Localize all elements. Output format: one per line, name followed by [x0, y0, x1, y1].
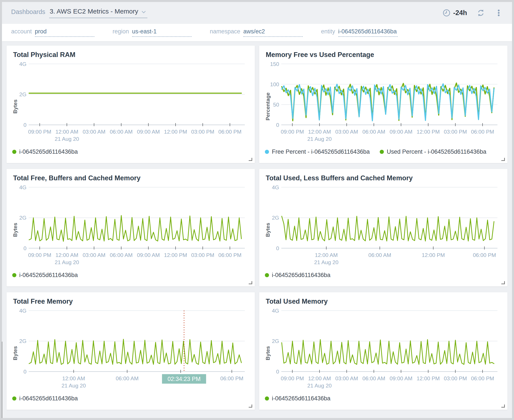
chart-canvas[interactable]: 050100150Percentage09:00 PM12:00 AM21 Au…: [265, 60, 502, 145]
legend-item[interactable]: i-0645265d6116436ba: [265, 272, 330, 278]
filter-region-value[interactable]: us-east-1: [132, 28, 191, 37]
chart-title: Total Used Memory: [266, 298, 502, 305]
chart-panel: Total Free Memory 02G4GBytes12:00 AM21 A…: [7, 292, 255, 410]
svg-text:2G: 2G: [19, 91, 26, 97]
legend-swatch-icon: [12, 150, 16, 154]
dashboard-title: 3. AWS EC2 Metrics - Memory: [50, 8, 138, 15]
dashboard-selector[interactable]: 3. AWS EC2 Metrics - Memory: [49, 8, 147, 18]
svg-text:03:00 AM: 03:00 AM: [335, 375, 358, 381]
panel-resize-handle[interactable]: [501, 281, 505, 284]
svg-text:Percentage: Percentage: [265, 93, 271, 120]
chart-legend: i-0645265d6116436ba: [12, 395, 78, 402]
chart-legend: Free Percent - i-0645265d6116436baUsed P…: [265, 149, 486, 155]
legend-label: i-0645265d6116436ba: [19, 272, 78, 278]
svg-text:12:00 PM: 12:00 PM: [417, 129, 440, 135]
filter-namespace-value[interactable]: aws/ec2: [243, 28, 303, 37]
chart-panel: Total Physical RAM 02G4GBytes09:00 PM12:…: [7, 46, 255, 163]
filter-entity-label: entity: [321, 28, 335, 35]
svg-text:0: 0: [276, 369, 279, 375]
svg-text:21 Aug 20: 21 Aug 20: [307, 383, 332, 389]
svg-text:09:00 AM: 09:00 AM: [390, 129, 412, 135]
legend-item[interactable]: i-0645265d6116436ba: [12, 149, 78, 155]
panel-resize-handle[interactable]: [249, 158, 252, 161]
chart-plot-area[interactable]: 02G4GBytes09:00 PM12:00 AM21 Aug 2003:00…: [12, 183, 249, 268]
legend-item[interactable]: Free Percent - i-0645265d6116436ba: [265, 149, 370, 155]
svg-text:4G: 4G: [272, 184, 279, 190]
clock-icon: [443, 9, 450, 17]
svg-text:09:00 PM: 09:00 PM: [28, 129, 51, 135]
svg-text:03:00 PM: 03:00 PM: [444, 129, 467, 135]
legend-item[interactable]: Used Percent - i-0645265d6116436ba: [380, 149, 486, 155]
svg-text:0: 0: [23, 122, 27, 128]
svg-text:06:00 PM: 06:00 PM: [220, 375, 243, 381]
svg-text:12:00 AM: 12:00 AM: [315, 252, 338, 258]
refresh-button[interactable]: [477, 9, 485, 17]
chart-canvas[interactable]: 02G4GBytes09:00 PM12:00 AM21 Aug 2003:00…: [12, 183, 249, 268]
svg-text:12:00 AM: 12:00 AM: [62, 375, 85, 381]
svg-text:09:00 AM: 09:00 AM: [390, 375, 412, 381]
svg-text:21 Aug 20: 21 Aug 20: [314, 259, 339, 265]
svg-text:12:00 AM: 12:00 AM: [55, 252, 78, 258]
time-range-button[interactable]: -24h: [443, 9, 467, 17]
chart-legend: i-0645265d6116436ba: [12, 272, 78, 278]
svg-text:2G: 2G: [19, 338, 26, 344]
chart-title: Total Free, Buffers and Cached Memory: [13, 174, 249, 182]
legend-swatch-icon: [265, 150, 269, 154]
svg-text:Bytes: Bytes: [12, 99, 18, 114]
svg-text:12:00 AM: 12:00 AM: [308, 129, 331, 135]
svg-text:Bytes: Bytes: [265, 223, 271, 237]
svg-text:2G: 2G: [272, 215, 279, 221]
svg-text:Bytes: Bytes: [12, 223, 18, 237]
chart-legend: i-0645265d6116436ba: [265, 395, 330, 402]
filter-entity-value[interactable]: i-0645265d6116436ba: [338, 28, 398, 37]
legend-item[interactable]: i-0645265d6116436ba: [12, 272, 78, 278]
filter-account-value[interactable]: prod: [35, 28, 94, 37]
chart-plot-area[interactable]: 02G4GBytes09:00 PM12:00 AM21 Aug 2003:00…: [12, 60, 249, 145]
svg-text:12:00 PM: 12:00 PM: [164, 129, 187, 135]
svg-text:06:00 PM: 06:00 PM: [218, 252, 242, 258]
chart-canvas[interactable]: 02G4GBytes09:00 PM12:00 AM21 Aug 2003:00…: [265, 307, 502, 391]
chart-plot-area[interactable]: 02G4GBytes09:00 PM12:00 AM21 Aug 2003:00…: [265, 307, 502, 391]
svg-text:03:00 PM: 03:00 PM: [444, 375, 467, 381]
chart-plot-area[interactable]: 02G4GBytes12:00 AM21 Aug 2006:00 AM12:00…: [265, 183, 502, 268]
svg-text:06:00 PM: 06:00 PM: [218, 129, 242, 135]
filter-region-label: region: [113, 28, 129, 35]
refresh-icon: [477, 9, 485, 17]
chart-canvas[interactable]: 02G4GBytes12:00 AM21 Aug 2006:00 AM12:00…: [12, 307, 249, 391]
chart-legend: i-0645265d6116436ba: [12, 149, 78, 155]
legend-swatch-icon: [380, 150, 384, 154]
chart-panel: Memory Free vs Used Percentage 050100150…: [259, 46, 507, 163]
chart-title: Total Free Memory: [13, 298, 249, 305]
svg-text:Bytes: Bytes: [265, 346, 271, 360]
panel-resize-handle[interactable]: [501, 405, 505, 408]
chart-canvas[interactable]: 02G4GBytes09:00 PM12:00 AM21 Aug 2003:00…: [12, 60, 249, 145]
legend-swatch-icon: [265, 273, 269, 277]
panel-resize-handle[interactable]: [249, 281, 252, 284]
legend-item[interactable]: i-0645265d6116436ba: [265, 395, 330, 402]
svg-text:150: 150: [270, 61, 279, 67]
svg-text:06:00 AM: 06:00 AM: [368, 252, 391, 258]
svg-text:12:00 PM: 12:00 PM: [417, 375, 440, 381]
svg-text:0: 0: [276, 122, 279, 128]
svg-text:09:00 AM: 09:00 AM: [137, 129, 160, 135]
kebab-menu-button[interactable]: [495, 9, 503, 17]
svg-text:0: 0: [276, 245, 279, 251]
panel-resize-handle[interactable]: [249, 405, 252, 408]
chart-plot-area[interactable]: 02G4GBytes12:00 AM21 Aug 2006:00 AM12:00…: [12, 307, 249, 391]
dashboard-breadcrumb: Dashboards 3. AWS EC2 Metrics - Memory: [11, 8, 147, 18]
svg-text:4G: 4G: [272, 308, 279, 314]
svg-text:21 Aug 20: 21 Aug 20: [55, 259, 79, 265]
panel-resize-handle[interactable]: [501, 158, 505, 161]
svg-text:21 Aug 20: 21 Aug 20: [61, 383, 86, 389]
filter-namespace-label: namespace: [210, 28, 240, 35]
svg-text:100: 100: [270, 82, 279, 87]
filter-account: account prod: [11, 28, 94, 37]
legend-label: i-0645265d6116436ba: [272, 272, 330, 278]
svg-text:50: 50: [273, 102, 279, 108]
legend-item[interactable]: i-0645265d6116436ba: [12, 395, 78, 402]
chart-canvas[interactable]: 02G4GBytes12:00 AM21 Aug 2006:00 AM12:00…: [265, 183, 502, 268]
page-scrollbar[interactable]: [1, 342, 2, 420]
chart-plot-area[interactable]: 050100150Percentage09:00 PM12:00 AM21 Au…: [265, 60, 502, 145]
svg-text:02:34:23 PM: 02:34:23 PM: [167, 376, 201, 382]
time-range-label: -24h: [453, 9, 467, 17]
